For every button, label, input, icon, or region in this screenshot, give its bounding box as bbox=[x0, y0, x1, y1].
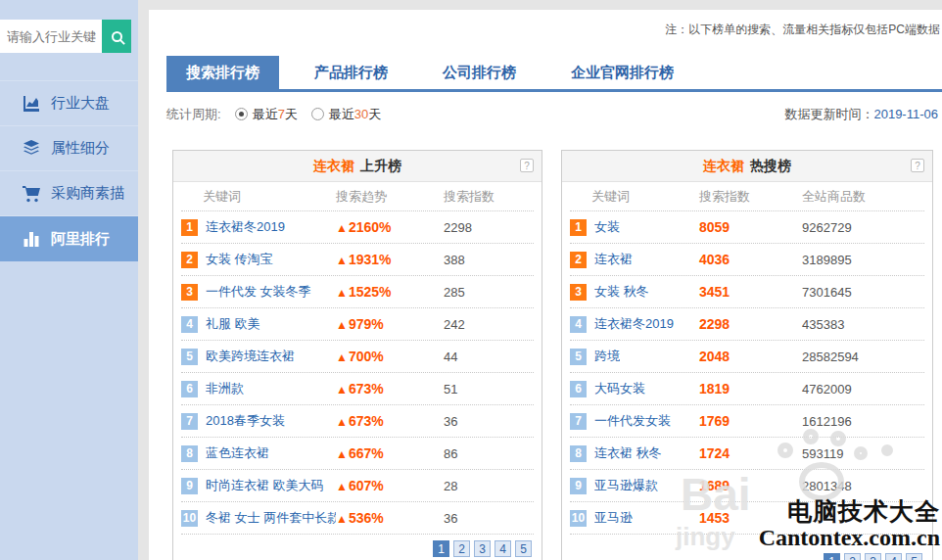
pc-data-note: 注：以下榜单的搜索、流量相关指标仅包括PC端数据 bbox=[149, 10, 942, 38]
keyword-link[interactable]: 连衣裙冬2019 bbox=[594, 315, 674, 333]
tab-product-ranking[interactable]: 产品排行榜 bbox=[295, 56, 407, 89]
table-row: 7一件代发女装 1769 1612196 bbox=[570, 405, 924, 438]
option-number: 7 bbox=[278, 107, 285, 121]
radio-last-30-days[interactable]: 最近30天 bbox=[311, 106, 381, 123]
table-row: 3女装 秋冬 3451 7301645 bbox=[570, 276, 924, 308]
keyword-link[interactable]: 大码女装 bbox=[594, 380, 645, 397]
sidebar-item-attribute-segment[interactable]: 属性细分 bbox=[0, 126, 138, 171]
search-index: 1689 bbox=[699, 478, 802, 493]
search-index: 2298 bbox=[444, 220, 534, 235]
board-type: 热搜榜 bbox=[750, 158, 791, 173]
data-update-time: 数据更新时间：2019-11-06 bbox=[784, 106, 938, 123]
keyword-link[interactable]: 时尚连衣裙 欧美大码 bbox=[206, 477, 324, 494]
search-index: 1724 bbox=[699, 445, 802, 461]
table-row: 8蓝色连衣裙 ▲667% 86 bbox=[181, 438, 534, 470]
industry-search bbox=[0, 20, 134, 53]
table-row: 4礼服 欧美 ▲979% 242 bbox=[181, 308, 534, 341]
trend-value: 2160% bbox=[349, 219, 392, 235]
keyword-link[interactable]: 连衣裙 bbox=[594, 251, 633, 268]
search-index: 4036 bbox=[699, 252, 802, 267]
keyword-link[interactable]: 冬裙 女士 两件套中长款 bbox=[206, 509, 336, 527]
trend-value: 1525% bbox=[349, 284, 392, 300]
pagination-page[interactable]: 3 bbox=[474, 540, 491, 557]
keyword-link[interactable]: 欧美跨境连衣裙 bbox=[206, 348, 295, 365]
keyword-link[interactable]: 一件代发 女装冬季 bbox=[206, 283, 311, 301]
help-icon[interactable]: ? bbox=[520, 159, 534, 172]
sidebar-item-ali-ranking[interactable]: 阿里排行 bbox=[0, 216, 138, 261]
table-row: 2连衣裙 4036 3189895 bbox=[570, 244, 924, 276]
table-row: 5欧美跨境连衣裙 ▲700% 44 bbox=[181, 341, 534, 373]
sidebar-item-label: 属性细分 bbox=[51, 139, 110, 158]
up-arrow-icon: ▲ bbox=[336, 286, 348, 300]
product-count: 7301645 bbox=[802, 285, 924, 300]
board-type: 上升榜 bbox=[360, 158, 401, 173]
keyword-link[interactable]: 女装 传淘宝 bbox=[206, 251, 273, 268]
sidebar-item-buyer-profile[interactable]: 采购商素描 bbox=[0, 171, 138, 216]
keyword-link[interactable]: 女装 bbox=[594, 218, 620, 236]
option-text: 天 bbox=[368, 107, 381, 121]
radio-last-7-days[interactable]: 最近7天 bbox=[235, 106, 298, 123]
rising-board-title: 连衣裙上升榜 ? bbox=[173, 151, 542, 182]
keyword-link[interactable]: 非洲款 bbox=[206, 380, 244, 397]
pagination-page[interactable]: 2 bbox=[844, 553, 861, 560]
trend-value: 607% bbox=[349, 478, 384, 493]
product-count: 435383 bbox=[802, 317, 924, 332]
cart-icon bbox=[22, 184, 41, 204]
rank-badge: 4 bbox=[570, 316, 587, 333]
update-label: 数据更新时间： bbox=[784, 107, 873, 121]
keyword-link[interactable]: 亚马逊爆款 bbox=[594, 477, 658, 494]
rank-badge: 2 bbox=[570, 252, 587, 268]
industry-keyword-input[interactable] bbox=[0, 20, 102, 53]
keyword-link[interactable]: 连衣裙冬2019 bbox=[206, 218, 285, 236]
keyword-link[interactable]: 一件代发女装 bbox=[594, 412, 671, 430]
table-row: 1连衣裙冬2019 ▲2160% 2298 bbox=[181, 211, 534, 244]
keyword-link[interactable]: 蓝色连衣裙 bbox=[206, 444, 269, 462]
search-button[interactable] bbox=[102, 20, 131, 53]
keyword-link[interactable]: 亚马逊 bbox=[594, 509, 633, 527]
pagination-page[interactable]: 5 bbox=[906, 553, 922, 560]
pagination-page[interactable]: 5 bbox=[515, 540, 532, 557]
tab-company-ranking[interactable]: 公司排行榜 bbox=[423, 56, 536, 89]
hot-board-title: 连衣裙热搜榜 ? bbox=[562, 151, 932, 182]
pagination-page[interactable]: 4 bbox=[495, 540, 511, 557]
column-header: 关键词 bbox=[181, 188, 336, 206]
rank-badge: 2 bbox=[181, 252, 198, 268]
product-count: 4762009 bbox=[802, 382, 924, 397]
search-index: 2048 bbox=[699, 349, 802, 364]
filter-bar: 统计周期: 最近7天 最近30天 数据更新时间：2019-11-06 bbox=[166, 106, 938, 123]
option-text: 最近 bbox=[329, 107, 354, 121]
pagination-page[interactable]: 1 bbox=[433, 540, 449, 557]
sidebar-item-industry-overview[interactable]: 行业大盘 bbox=[0, 81, 138, 126]
rank-badge: 5 bbox=[570, 349, 587, 365]
help-icon[interactable]: ? bbox=[911, 159, 924, 172]
keyword-link[interactable]: 跨境 bbox=[594, 348, 620, 365]
search-index: 3451 bbox=[699, 284, 802, 300]
search-index: 86 bbox=[444, 446, 534, 461]
pagination-page[interactable]: 2 bbox=[453, 540, 470, 557]
search-index: 28 bbox=[444, 479, 534, 493]
table-row: 5跨境 2048 28582594 bbox=[570, 341, 924, 373]
rising-board-pagination: 1 2 3 4 5 bbox=[173, 540, 542, 557]
table-row: 3一件代发 女装冬季 ▲1525% 285 bbox=[181, 276, 534, 308]
keyword-link[interactable]: 2018春季女装 bbox=[206, 412, 285, 430]
radio-selected-icon bbox=[235, 108, 248, 120]
rising-board-columns: 关键词 搜索趋势 搜索指数 bbox=[181, 182, 534, 211]
table-row: 2女装 传淘宝 ▲1931% 388 bbox=[181, 244, 534, 276]
up-arrow-icon: ▲ bbox=[336, 318, 348, 332]
trend-value: 700% bbox=[349, 349, 384, 364]
tab-official-site-ranking[interactable]: 企业官网排行榜 bbox=[551, 56, 693, 89]
keyword-link[interactable]: 连衣裙 秋冬 bbox=[594, 444, 662, 462]
tab-search-ranking[interactable]: 搜索排行榜 bbox=[166, 56, 279, 89]
trend-value: 979% bbox=[349, 316, 384, 332]
rank-badge: 10 bbox=[181, 510, 198, 527]
pagination-page[interactable]: 4 bbox=[885, 553, 902, 560]
product-count: 2801348 bbox=[802, 479, 924, 493]
area-chart-icon bbox=[22, 94, 41, 114]
keyword-link[interactable]: 女装 秋冬 bbox=[594, 283, 649, 301]
pagination-page[interactable]: 1 bbox=[824, 553, 840, 560]
keyword-link[interactable]: 礼服 欧美 bbox=[206, 315, 260, 333]
hot-board-pagination: 1 2 3 4 5 bbox=[562, 553, 932, 560]
pagination-page[interactable]: 3 bbox=[865, 553, 881, 560]
sidebar-item-label: 阿里排行 bbox=[51, 230, 110, 249]
table-row: 72018春季女装 ▲673% 36 bbox=[181, 405, 534, 438]
